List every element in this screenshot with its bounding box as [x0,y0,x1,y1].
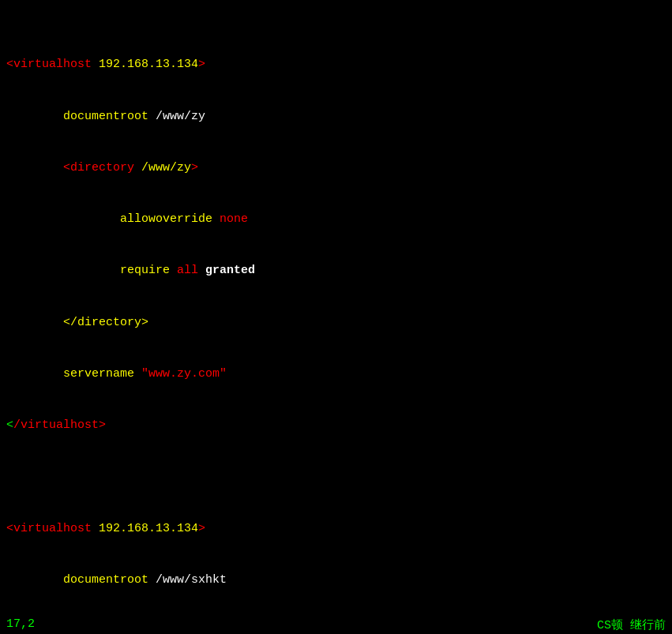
line-1: <virtualhost 192.168.13.134> [6,56,666,73]
line-7: servername "www.zy.com" [6,366,666,383]
editor: <virtualhost 192.168.13.134> documentroo… [0,0,672,634]
status-bar: 17,2 CS顿 继行前 [0,616,672,634]
status-position: 17,2 [6,617,597,632]
line-6: </directory> [6,314,666,332]
line-8: </virtualhost> [6,417,666,434]
line-9 [6,468,666,486]
line-11: documentroot /www/sxhkt [6,572,666,589]
line-10: <virtualhost 192.168.13.134> [6,520,666,538]
status-mode: CS顿 继行前 [597,617,666,632]
line-2: documentroot /www/zy [6,108,666,126]
line-5: require all granted [6,262,666,279]
line-4: allowoverride none [6,211,666,228]
code-area: <virtualhost 192.168.13.134> documentroo… [0,3,672,634]
line-3: <directory /www/zy> [6,159,666,177]
